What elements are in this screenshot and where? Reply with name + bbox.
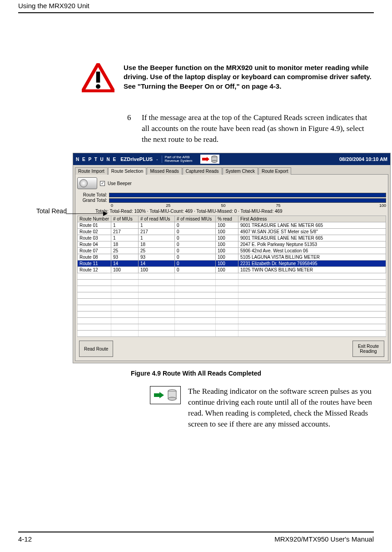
cell: Route 11 <box>78 261 111 267</box>
table-row[interactable] <box>78 292 386 299</box>
cylinder-icon <box>211 156 218 163</box>
grand-total-label: Grand Total: <box>77 198 109 203</box>
table-row[interactable]: Route 04181801002047 E. Polk Parkway Nep… <box>78 241 386 248</box>
manual-title: MRX920/MTX950 User's Manual <box>274 535 374 543</box>
cell: 100 <box>216 254 238 261</box>
svg-marker-9 <box>154 392 164 398</box>
cell: 9001 TREASURE LANE NE METER 665 <box>238 235 386 241</box>
cell: 0 <box>175 229 216 235</box>
table-row[interactable] <box>78 318 386 324</box>
arrow-right-icon <box>202 157 209 161</box>
cell: 1 <box>139 222 175 229</box>
page-footer: 4-12 MRX920/MTX950 User's Manual <box>18 532 374 543</box>
column-header[interactable]: # of read MIUs <box>139 216 175 222</box>
warning-block: Use the Beeper function on the MRX920 un… <box>82 63 374 94</box>
cell: 25 <box>111 248 139 254</box>
cell: 100 <box>216 248 238 254</box>
cell: 4907 W.SAN JOSE ST Meter size 5/8" <box>238 229 386 235</box>
scale-tick: 25 <box>166 203 221 208</box>
cell: 9001 TREASURE LANE NE METER 665 <box>238 222 386 229</box>
table-row[interactable]: Route 0221721701004907 W.SAN JOSE ST Met… <box>78 229 386 235</box>
cell: Route 01 <box>78 222 111 229</box>
subtitle-line2: Revenue System <box>165 159 193 163</box>
cell: 100 <box>216 267 238 273</box>
titlebar-subtitle: Part of the ARB Revenue System <box>162 156 193 163</box>
cell: 14 <box>111 261 139 267</box>
table-row[interactable] <box>78 311 386 318</box>
table-row[interactable]: Route 11141401002231 Elizabeth Dr. Neptu… <box>78 261 386 267</box>
cell: 25 <box>139 248 175 254</box>
cell: 100 <box>216 261 238 267</box>
tab-route-export[interactable]: Route Export <box>258 167 291 175</box>
table-row[interactable] <box>78 299 386 305</box>
cell: 217 <box>111 229 139 235</box>
figure-caption: Figure 4.9 Route With All Reads Complete… <box>18 370 374 377</box>
running-head: Using the MRX920 Unit <box>18 0 374 10</box>
drum-icon <box>77 177 97 189</box>
indicator-text: The Reading indicator on the software sc… <box>188 386 374 429</box>
table-row[interactable] <box>78 331 386 337</box>
cell: 18 <box>111 241 139 248</box>
svg-point-2 <box>96 84 100 89</box>
cell: 1025 TWIN OAKS BILLING METER <box>238 267 386 273</box>
scale-tick: 50 <box>221 203 276 208</box>
cell: 100 <box>216 235 238 241</box>
tab-system-check[interactable]: System Check <box>223 167 258 175</box>
route-total-bar <box>109 193 386 197</box>
indicator-inline-graphic <box>150 386 181 404</box>
column-header[interactable]: # of MIUs <box>111 216 139 222</box>
cell: 0 <box>175 248 216 254</box>
column-header[interactable]: % read <box>216 216 238 222</box>
table-row[interactable]: Route 1210010001001025 TWIN OAKS BILLING… <box>78 267 386 273</box>
tab-panel-route-selection: ✓ Use Beeper Route Total: Grand Total: 0… <box>75 174 388 361</box>
read-route-button[interactable]: Read Route <box>79 341 113 357</box>
cell: 100 <box>139 267 175 273</box>
tab-captured-reads[interactable]: Captured Reads <box>183 167 222 175</box>
cell: 5105 LAGUNA VISTA BILLING METER <box>238 254 386 261</box>
svg-marker-5 <box>202 157 209 161</box>
table-row[interactable]: Route 011101009001 TREASURE LANE NE METE… <box>78 222 386 229</box>
header-rule <box>18 12 374 13</box>
cell: 100 <box>216 222 238 229</box>
warning-text: Use the Beeper function on the MRX920 un… <box>124 63 374 91</box>
cell: Route 12 <box>78 267 111 273</box>
tab-route-import[interactable]: Route Import <box>75 167 108 175</box>
column-header[interactable]: # of missed MIUs <box>175 216 216 222</box>
column-header[interactable]: Route Number <box>78 216 111 222</box>
tab-route-selection[interactable]: Route Selection <box>108 167 147 175</box>
use-beeper-checkbox[interactable]: ✓ <box>100 181 105 186</box>
button-row: Read Route Exit RouteReading <box>77 337 386 359</box>
cell: 1 <box>111 222 139 229</box>
exit-route-reading-button[interactable]: Exit RouteReading <box>352 341 384 357</box>
cell: 1 <box>139 235 175 241</box>
cylinder-icon <box>168 389 177 401</box>
routes-table[interactable]: Route Number# of MIUs# of read MIUs# of … <box>77 216 386 337</box>
cell: 100 <box>216 241 238 248</box>
table-row[interactable]: Route 08939301005105 LAGUNA VISTA BILLIN… <box>78 254 386 261</box>
table-row[interactable] <box>78 305 386 311</box>
titlebar-datetime: 08/20/2004 10:10 AM <box>339 156 387 162</box>
beeper-row: ✓ Use Beeper <box>77 176 386 192</box>
table-row[interactable]: Route 07252501005906 42nd Ave. West Loca… <box>78 248 386 254</box>
table-row[interactable] <box>78 324 386 331</box>
column-header[interactable]: First Address <box>238 216 386 222</box>
scale-tick: 0 <box>111 203 166 208</box>
cell: Route 03 <box>78 235 111 241</box>
app-window: N E P T U N E EZDrivePLUS - Part of the … <box>73 153 391 363</box>
product-name: EZDrivePLUS <box>120 156 153 162</box>
cell: 93 <box>139 254 175 261</box>
tab-missed-reads[interactable]: Missed Reads <box>147 167 182 175</box>
table-row[interactable] <box>78 280 386 286</box>
table-row[interactable] <box>78 286 386 292</box>
cell: Route 04 <box>78 241 111 248</box>
warning-icon <box>82 63 114 94</box>
titlebar: N E P T U N E EZDrivePLUS - Part of the … <box>73 153 390 165</box>
step-text: If the message area at the top of the Ca… <box>142 112 374 145</box>
totals-line: Totals: Total-Read: 100% · Total-MIU-Cou… <box>95 209 386 214</box>
figure-wrap: Total Read N E P T U N E EZDrivePLUS - P… <box>18 153 374 363</box>
table-row[interactable] <box>78 273 386 280</box>
table-row[interactable]: Route 031101009001 TREASURE LANE NE METE… <box>78 235 386 241</box>
cell: 0 <box>175 254 216 261</box>
cell: 0 <box>175 261 216 267</box>
cell: Route 08 <box>78 254 111 261</box>
